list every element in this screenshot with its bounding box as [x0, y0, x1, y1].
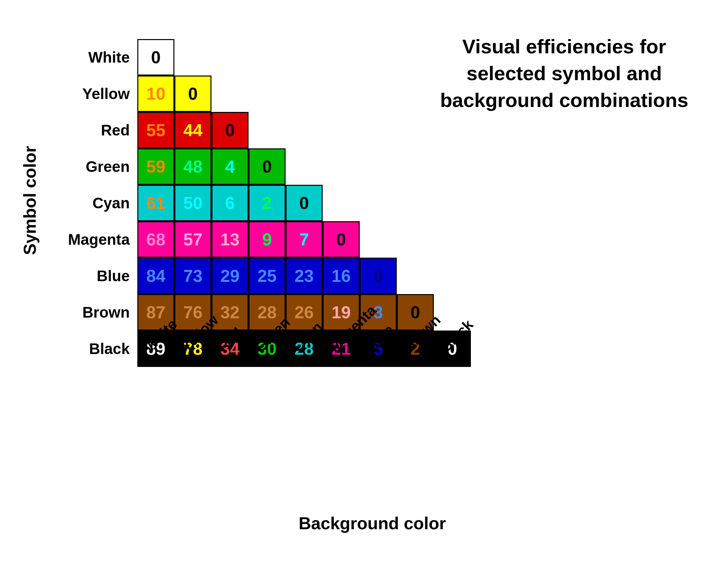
cell-green-white: 59 [137, 148, 174, 185]
matrix-row-red: 55 44 0 [137, 112, 471, 148]
cell-white-white: 0 [137, 39, 174, 75]
matrix-row-yellow: 10 0 [137, 75, 471, 112]
cell-green-green: 0 [249, 148, 286, 185]
cell-cyan-red: 6 [211, 185, 249, 221]
row-label-brown: Brown [60, 294, 136, 331]
cell-green-red: 4 [211, 148, 249, 185]
cell-red-white: 55 [137, 112, 174, 148]
row-label-white: White [60, 39, 136, 75]
cell-blue-white: 84 [137, 258, 174, 294]
row-label-green: Green [60, 148, 136, 185]
matrix-row-blue: 84 73 29 25 23 16 0 [137, 258, 471, 294]
cell-yellow-white: 10 [137, 75, 174, 112]
cell-magenta-white: 68 [137, 221, 174, 258]
cell-magenta-cyan: 7 [286, 221, 323, 258]
matrix-row-magenta: 68 57 13 9 7 0 [137, 221, 471, 258]
symbol-color-axis-label: Symbol color [20, 43, 40, 358]
cell-blue-red: 29 [211, 258, 249, 294]
cell-green-yellow: 48 [174, 148, 211, 185]
background-color-axis-label: Background color [83, 513, 662, 533]
matrix-row-cyan: 61 50 6 2 0 [137, 185, 471, 221]
matrix-row-white: 0 [137, 39, 471, 75]
cell-yellow-yellow: 0 [174, 75, 211, 112]
cell-cyan-yellow: 50 [174, 185, 211, 221]
cell-cyan-white: 61 [137, 185, 174, 221]
cell-blue-magenta: 16 [323, 258, 360, 294]
cell-red-red: 0 [211, 112, 249, 148]
cell-blue-blue: 0 [360, 258, 397, 294]
cell-red-yellow: 44 [174, 112, 211, 148]
cell-blue-yellow: 73 [174, 258, 211, 294]
cell-blue-green: 25 [249, 258, 286, 294]
chart-title: Visual efficiencies for selected symbol … [440, 33, 688, 114]
row-labels-container: White Yellow Red Green Cyan Magenta Blue… [60, 39, 136, 367]
row-label-magenta: Magenta [60, 221, 136, 258]
row-label-cyan: Cyan [60, 185, 136, 221]
cell-cyan-cyan: 0 [286, 185, 323, 221]
matrix-grid: 0 10 0 55 44 0 59 48 4 0 61 50 6 2 0 68 … [137, 39, 471, 367]
row-label-yellow: Yellow [60, 75, 136, 112]
cell-magenta-yellow: 57 [174, 221, 211, 258]
cell-cyan-green: 2 [249, 185, 286, 221]
cell-magenta-green: 9 [249, 221, 286, 258]
row-label-red: Red [60, 112, 136, 148]
cell-magenta-red: 13 [211, 221, 249, 258]
row-label-black: Black [60, 331, 136, 367]
row-label-blue: Blue [60, 258, 136, 294]
cell-blue-cyan: 23 [286, 258, 323, 294]
cell-magenta-magenta: 0 [323, 221, 360, 258]
matrix-row-green: 59 48 4 0 [137, 148, 471, 185]
